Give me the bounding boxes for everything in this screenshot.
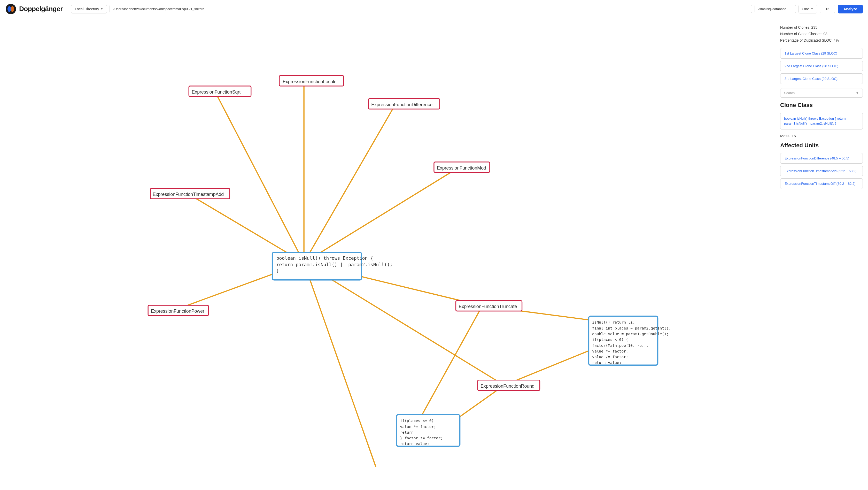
svg-text:return value;: return value; <box>400 442 429 446</box>
node-round[interactable]: ExpressionFunctionRound <box>478 380 540 391</box>
stat-clones: Number of Clones: 235 <box>780 24 863 31</box>
search-arrow-icon: ▼ <box>856 91 859 95</box>
affected-unit-2[interactable]: ExpressionFunctionTimestampDiff (80:2 – … <box>780 178 863 189</box>
svg-line-6 <box>304 167 459 263</box>
header-controls: Local Directory ▼ One ▼ Analyze <box>71 5 863 13</box>
svg-text:ExpressionFunctionRound: ExpressionFunctionRound <box>480 384 534 389</box>
center-node[interactable]: boolean isNull() throws Exception { retu… <box>272 252 393 280</box>
threshold-input[interactable] <box>820 5 835 13</box>
header: Doppelgänger Local Directory ▼ One ▼ Ana… <box>0 0 868 18</box>
affected-units-title: Affected Units <box>780 142 863 149</box>
mass-label: Mass: 16 <box>780 133 863 138</box>
affected-unit-1[interactable]: ExpressionFunctionTimestampAdd (56:2 – 5… <box>780 166 863 176</box>
node-truncate[interactable]: ExpressionFunctionTruncate <box>456 301 522 311</box>
logo-area: Doppelgänger <box>5 3 63 15</box>
svg-text:ExpressionFunctionTruncate: ExpressionFunctionTruncate <box>459 304 517 309</box>
directory-type-label: Local Directory <box>75 7 99 11</box>
svg-text:} factor *= factor;: } factor *= factor; <box>400 436 443 440</box>
svg-text:ExpressionFunctionLocale: ExpressionFunctionLocale <box>283 79 337 84</box>
svg-text:value *= factor;: value *= factor; <box>400 425 436 429</box>
clone-type-dropdown[interactable]: One ▼ <box>799 5 817 13</box>
svg-line-5 <box>304 103 396 263</box>
svg-text:}: } <box>276 268 279 273</box>
code-node-1[interactable]: isNull() return li: final int places = p… <box>589 316 671 365</box>
svg-text:value *= factor;: value *= factor; <box>592 349 628 353</box>
svg-text:ExpressionFunctionSqrt: ExpressionFunctionSqrt <box>192 89 241 95</box>
clone-class-title: Clone Class <box>780 102 863 109</box>
main-container: boolean isNull() throws Exception { retu… <box>0 18 868 490</box>
affected-units-list: ExpressionFunctionDifference (48:5 – 50:… <box>780 153 863 189</box>
logo-text: Doppelgänger <box>19 5 63 13</box>
clone-class-btn-3[interactable]: 3rd Largest Clone Class (20 SLOC) <box>780 73 863 84</box>
database-input[interactable] <box>754 5 796 13</box>
svg-text:if(places < 0) {: if(places < 0) { <box>592 338 628 342</box>
node-mod[interactable]: ExpressionFunctionMod <box>434 162 490 173</box>
svg-point-2 <box>10 6 14 12</box>
graph-svg: boolean isNull() throws Exception { retu… <box>0 18 775 490</box>
clone-type-arrow: ▼ <box>811 7 813 10</box>
svg-line-3 <box>215 91 304 263</box>
clone-class-buttons: 1st Largest Clone Class (29 SLOC) 2nd La… <box>780 48 863 84</box>
svg-text:boolean isNull() throws Except: boolean isNull() throws Exception { <box>276 255 373 261</box>
svg-text:isNull() return li:: isNull() return li: <box>592 320 635 324</box>
svg-text:return: return <box>400 430 413 434</box>
clone-class-btn-2[interactable]: 2nd Largest Clone Class (28 SLOC) <box>780 61 863 71</box>
svg-text:ExpressionFunctionPower: ExpressionFunctionPower <box>151 309 204 314</box>
sidebar: Number of Clones: 235 Number of Clone Cl… <box>775 18 868 490</box>
directory-type-dropdown[interactable]: Local Directory ▼ <box>71 5 107 13</box>
svg-text:ExpressionFunctionMod: ExpressionFunctionMod <box>437 165 486 171</box>
stats-section: Number of Clones: 235 Number of Clone Cl… <box>780 24 863 44</box>
svg-line-13 <box>420 306 482 419</box>
svg-line-10 <box>304 263 504 385</box>
svg-text:if(places <= 0): if(places <= 0) <box>400 419 434 423</box>
svg-line-12 <box>504 346 600 385</box>
analyze-button[interactable]: Analyze <box>838 5 863 13</box>
graph-area: boolean isNull() throws Exception { retu… <box>0 18 775 490</box>
search-placeholder: Search <box>784 91 795 95</box>
svg-text:value /= factor;: value /= factor; <box>592 355 628 359</box>
svg-point-1 <box>7 6 11 12</box>
node-locale[interactable]: ExpressionFunctionLocale <box>279 76 344 86</box>
code-node-2[interactable]: if(places <= 0) value *= factor; return … <box>397 415 460 446</box>
logo-icon <box>5 3 17 15</box>
svg-text:factor(Math.pow(10, -p...: factor(Math.pow(10, -p... <box>592 343 648 347</box>
node-power[interactable]: ExpressionFunctionPower <box>148 305 209 315</box>
svg-text:final int places = param2.getI: final int places = param2.getInt(); <box>592 326 671 330</box>
clone-type-label: One <box>802 7 809 11</box>
svg-text:double value = param1.getDoubl: double value = param1.getDouble(); <box>592 332 669 336</box>
stat-duplicated-sloc: Percentage of Duplicated SLOC: 4% <box>780 37 863 44</box>
node-difference[interactable]: ExpressionFunctionDifference <box>368 99 440 109</box>
node-sqrt[interactable]: ExpressionFunctionSqrt <box>189 86 251 96</box>
clone-class-btn-1[interactable]: 1st Largest Clone Class (29 SLOC) <box>780 48 863 59</box>
svg-text:return value;: return value; <box>592 361 621 365</box>
path-input[interactable] <box>110 5 752 13</box>
dropdown-arrow: ▼ <box>100 7 103 10</box>
clone-code-box: boolean isNull() throws Exception { retu… <box>780 113 863 129</box>
stat-clone-classes: Number of Clone Classes: 98 <box>780 31 863 37</box>
node-timestamp-add[interactable]: ExpressionFunctionTimestampAdd <box>150 188 230 199</box>
search-dropdown[interactable]: Search ▼ <box>780 88 863 98</box>
svg-text:ExpressionFunctionTimestampAdd: ExpressionFunctionTimestampAdd <box>153 192 224 197</box>
svg-text:ExpressionFunctionDifference: ExpressionFunctionDifference <box>371 102 432 107</box>
svg-text:return param1.isNull() || para: return param1.isNull() || param2.isNull(… <box>276 262 393 267</box>
svg-line-15 <box>304 263 376 467</box>
affected-unit-0[interactable]: ExpressionFunctionDifference (48:5 – 50:… <box>780 153 863 163</box>
